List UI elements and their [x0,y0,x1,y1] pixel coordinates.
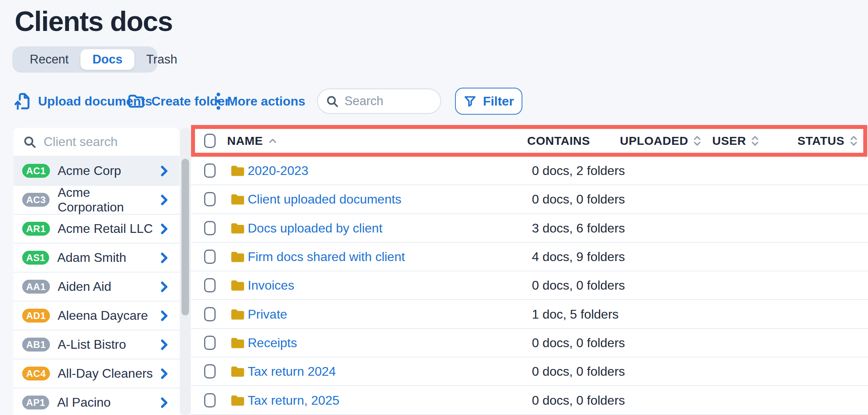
folder-row: Firm docs shared with client 4 docs, 9 f… [191,243,868,271]
column-header-name[interactable]: NAME [227,134,277,148]
client-avatar-badge: AC3 [22,193,50,207]
client-name: Al Pacino [57,395,111,410]
contains-cell: 0 docs, 0 folders [532,192,625,207]
client-name: A-List Bistro [58,337,126,352]
column-header-uploaded[interactable]: UPLOADED [620,134,701,148]
contains-cell: 0 docs, 2 folders [532,163,625,178]
folder-row: 2020-2023 0 docs, 2 folders [191,157,868,185]
more-actions-button[interactable]: More actions [216,88,305,114]
upload-document-icon [14,92,32,111]
folder-row: Docs uploaded by client 3 docs, 6 folder… [191,214,868,243]
folder-icon [230,193,245,206]
tab-recent[interactable]: Recent [18,49,80,70]
chevron-right-icon [160,397,168,409]
column-header-contains: CONTAINS [527,134,590,148]
client-name: Aleena Daycare [58,308,148,323]
tab-docs[interactable]: Docs [80,49,134,70]
contains-cell: 3 docs, 6 folders [532,221,625,235]
sort-both-icon [850,135,858,147]
contains-cell: 0 docs, 0 folders [532,393,625,407]
table-header-row: NAME CONTAINS UPLOADED USER [195,129,863,153]
folder-link[interactable]: Client uploaded documents [248,192,401,207]
folder-icon [230,308,245,320]
client-item-aiden-aid[interactable]: AA1 Aiden Aid [13,273,180,302]
row-checkbox[interactable] [204,336,216,350]
folder-link[interactable]: Docs uploaded by client [248,221,382,235]
client-avatar-badge: AC4 [22,367,50,380]
contains-cell: 0 docs, 0 folders [532,335,625,350]
column-header-user[interactable]: USER [712,134,759,148]
sidebar-scrollbar-track[interactable] [180,128,191,415]
client-name: Acme Corporation [57,185,160,215]
client-name: Aiden Aid [58,279,111,294]
chevron-right-icon [160,194,168,206]
create-folder-button[interactable]: Create folder [128,88,229,114]
view-tabs: Recent Docs Trash [12,46,157,73]
folder-link[interactable]: Private [248,307,287,321]
folder-link[interactable]: Invoices [248,278,294,293]
sort-both-icon [751,135,759,147]
folder-link[interactable]: Tax return, 2025 [248,393,339,407]
client-search-box [13,128,180,157]
client-search-input[interactable] [44,134,163,149]
folder-outline-icon [128,94,145,109]
client-sidebar: AC1 Acme Corp AC3 Acme Corporation AR1 A… [13,128,180,415]
client-item-a-list-bistro[interactable]: AB1 A-List Bistro [13,330,180,359]
client-item-acme-retail-llc[interactable]: AR1 Acme Retail LLC [13,215,180,244]
folder-link[interactable]: 2020-2023 [248,163,308,178]
client-item-adam-smith[interactable]: AS1 Adam Smith [13,244,180,273]
client-item-aleena-daycare[interactable]: AD1 Aleena Daycare [13,302,180,330]
chevron-right-icon [160,281,168,293]
search-input[interactable] [344,94,424,108]
client-item-acme-corporation[interactable]: AC3 Acme Corporation [13,186,180,215]
kebab-menu-icon [216,92,221,111]
client-avatar-badge: AB1 [22,338,50,352]
chevron-right-icon [160,368,168,380]
folder-icon [230,394,245,406]
search-icon [23,135,36,149]
filter-icon [463,94,477,108]
row-checkbox[interactable] [204,250,216,264]
row-checkbox[interactable] [204,221,216,235]
sort-ascending-icon [268,138,277,144]
client-item-al-pacino[interactable]: AP1 Al Pacino [13,388,180,415]
select-all-checkbox[interactable] [204,134,216,148]
more-actions-label: More actions [227,94,305,109]
folder-icon [230,279,245,292]
contains-cell: 0 docs, 0 folders [532,278,625,293]
client-avatar-badge: AR1 [22,222,50,236]
tab-trash[interactable]: Trash [134,49,189,70]
client-avatar-badge: AD1 [22,309,50,323]
chevron-right-icon [160,310,168,322]
client-item-all-day-cleaners[interactable]: AC4 All-Day Cleaners [13,359,180,388]
filter-label: Filter [483,94,514,109]
contains-cell: 1 doc, 5 folders [532,307,619,321]
folder-icon [230,365,245,378]
column-header-status[interactable]: STATUS [797,134,858,148]
client-item-acme-corp[interactable]: AC1 Acme Corp [13,157,180,186]
chevron-right-icon [160,165,168,177]
row-checkbox[interactable] [204,364,216,378]
folder-icon [230,251,245,263]
folder-row: Tax return 2024 0 docs, 0 folders [191,357,868,386]
sort-both-icon [693,135,701,147]
folder-link[interactable]: Firm docs shared with client [248,250,405,264]
chevron-right-icon [160,339,168,351]
filter-button[interactable]: Filter [455,88,522,115]
folder-row: Invoices 0 docs, 0 folders [191,271,868,300]
client-name: Acme Retail LLC [58,221,153,236]
row-checkbox[interactable] [204,278,216,292]
row-checkbox[interactable] [204,192,216,206]
folder-table-body: 2020-2023 0 docs, 2 folders Client uploa… [191,157,868,415]
search-box [317,88,441,114]
folder-row: Private 1 doc, 5 folders [191,300,868,329]
sidebar-scrollbar-thumb[interactable] [182,159,189,315]
row-checkbox[interactable] [204,307,216,321]
row-checkbox[interactable] [204,393,216,407]
client-name: Adam Smith [57,250,126,265]
folder-link[interactable]: Receipts [248,335,297,350]
folder-link[interactable]: Tax return 2024 [248,364,336,379]
contains-cell: 0 docs, 0 folders [532,364,625,379]
client-avatar-badge: AA1 [22,280,50,294]
row-checkbox[interactable] [204,163,216,178]
